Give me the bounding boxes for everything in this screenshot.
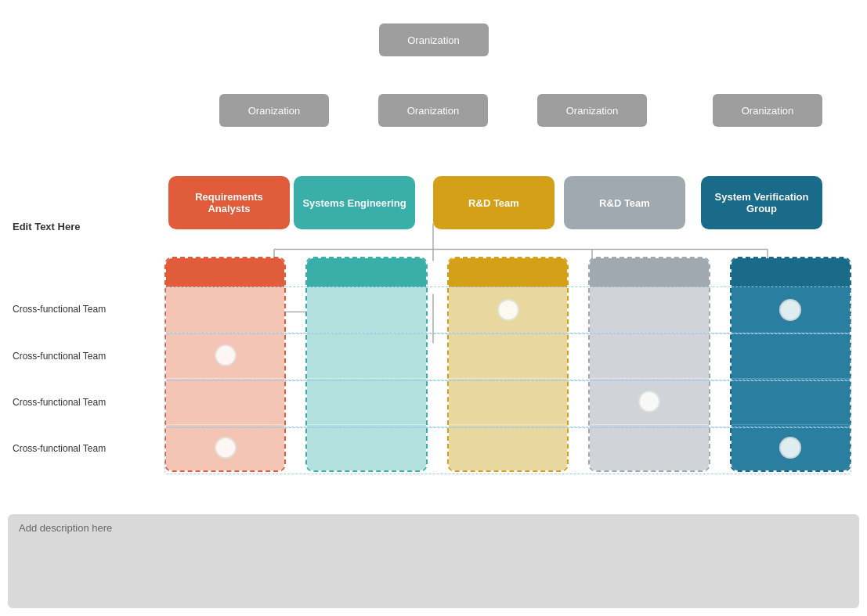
level3-node-5[interactable]: System Verification Group: [701, 176, 822, 229]
level2-node-3[interactable]: Oranization: [537, 94, 647, 127]
col-top-bar-1: [166, 258, 284, 287]
circle-4-3: [638, 391, 660, 412]
main-container: Oranization Oranization Oranization Oran…: [0, 0, 867, 616]
row-border-4: [164, 427, 851, 474]
circle-3-1: [497, 299, 519, 321]
level2-node-2[interactable]: Oranization: [378, 94, 488, 127]
level3-node-4[interactable]: R&D Team: [564, 176, 685, 229]
col-top-bar-5: [732, 258, 850, 287]
matrix-area: Cross-functional Team Cross-functional T…: [0, 257, 867, 472]
circle-1-4: [215, 437, 237, 459]
circle-1-2: [215, 344, 237, 366]
root-label: Oranization: [407, 34, 459, 46]
description-placeholder: Add description here: [19, 522, 112, 534]
level3-node-2[interactable]: Systems Engineering: [294, 176, 415, 229]
col-top-bar-4: [590, 258, 708, 287]
col-top-bar-3: [449, 258, 567, 287]
level3-node-1[interactable]: Requirements Analysts: [168, 176, 290, 229]
row-border-3: [164, 380, 851, 427]
row-labels: Cross-functional Team Cross-functional T…: [0, 257, 164, 472]
edit-text-label[interactable]: Edit Text Here: [13, 221, 80, 232]
level2-node-1[interactable]: Oranization: [219, 94, 329, 127]
root-node[interactable]: Oranization: [379, 23, 489, 56]
row-label-1: Cross-functional Team: [0, 286, 164, 333]
level3-node-3[interactable]: R&D Team: [433, 176, 555, 229]
circle-5-4: [779, 437, 801, 459]
row-label-2: Cross-functional Team: [0, 333, 164, 379]
row-label-4: Cross-functional Team: [0, 426, 164, 472]
row-label-3: Cross-functional Team: [0, 379, 164, 425]
row-border-2: [164, 333, 851, 380]
col-top-bar-2: [307, 258, 425, 287]
level2-node-4[interactable]: Oranization: [713, 94, 822, 127]
circle-5-1: [779, 299, 801, 321]
org-chart: Oranization Oranization Oranization Oran…: [0, 8, 867, 274]
description-box[interactable]: Add description here: [8, 514, 859, 608]
